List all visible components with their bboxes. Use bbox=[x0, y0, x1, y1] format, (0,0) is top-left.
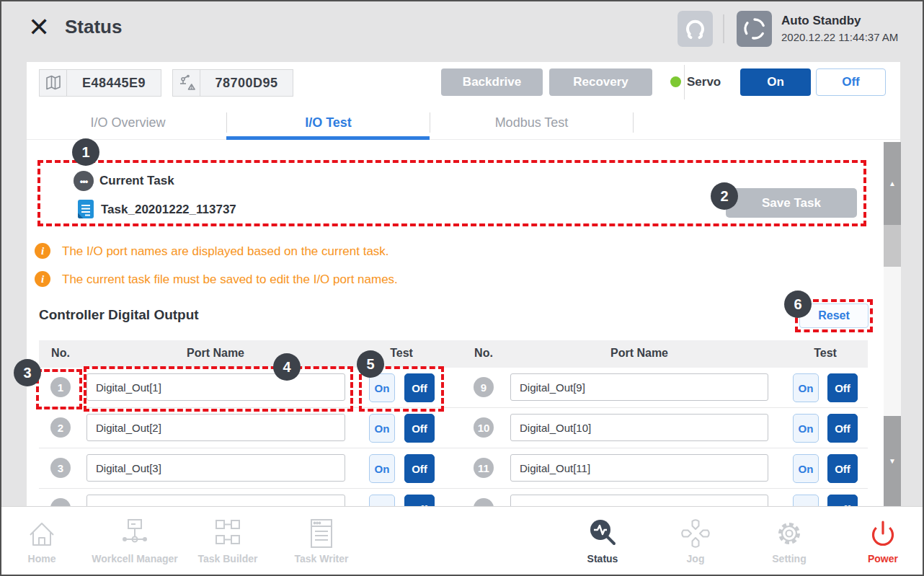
callout-6: 6 bbox=[784, 291, 812, 318]
nav-label: Power bbox=[868, 553, 898, 564]
save-task-button[interactable]: Save Task bbox=[726, 188, 857, 218]
home-icon bbox=[25, 516, 59, 551]
test-off-button[interactable]: Off bbox=[404, 373, 435, 402]
scroll-down-button[interactable]: ▼ bbox=[884, 416, 901, 506]
test-on-button[interactable]: On bbox=[369, 373, 395, 402]
bottom-nav: Home Workcell Manager bbox=[1, 506, 923, 576]
callout-5: 5 bbox=[357, 350, 384, 378]
tab-io-test[interactable]: I/O Test bbox=[227, 106, 430, 139]
servo-status-dot bbox=[670, 76, 681, 87]
tab-bar: I/O Overview I/O Test Modbus Test bbox=[27, 106, 900, 140]
current-task-label: Current Task bbox=[99, 174, 174, 188]
servo-on-button[interactable]: On bbox=[740, 68, 811, 96]
nav-power[interactable]: Power bbox=[829, 515, 924, 573]
table-header: No. Port Name Test No. Port Name Test bbox=[39, 340, 868, 368]
backdrive-button[interactable]: Backdrive bbox=[441, 68, 543, 96]
port-name-input[interactable] bbox=[510, 373, 768, 401]
scroll-up-button[interactable]: ▲ bbox=[884, 142, 901, 225]
test-on-button[interactable]: On bbox=[369, 454, 395, 483]
nav-label: Task Builder bbox=[198, 553, 258, 564]
test-on-button[interactable]: On bbox=[793, 454, 819, 483]
port-number-badge: 1 bbox=[50, 377, 71, 397]
setting-icon bbox=[772, 516, 807, 551]
workcell-manager-icon bbox=[117, 516, 152, 551]
col-port-left: Port Name bbox=[187, 347, 244, 360]
test-on-button[interactable]: On bbox=[369, 414, 395, 443]
nav-label: Status bbox=[587, 553, 618, 564]
nav-label: Workcell Manager bbox=[92, 553, 178, 564]
port-name-input[interactable] bbox=[86, 373, 345, 401]
tab-divider bbox=[633, 112, 634, 133]
page-title: Status bbox=[65, 16, 122, 38]
port-name-input[interactable] bbox=[86, 414, 345, 441]
test-off-button[interactable]: Off bbox=[404, 454, 435, 483]
col-test-left: Test bbox=[390, 347, 413, 360]
nav-label: Home bbox=[28, 553, 56, 564]
port-number-badge: 9 bbox=[474, 377, 494, 397]
nav-setting[interactable]: Setting bbox=[735, 515, 843, 573]
test-on-button[interactable]: On bbox=[793, 373, 819, 402]
datetime-label: 2020.12.22 11:44:37 AM bbox=[781, 31, 898, 43]
section-title: Controller Digital Output bbox=[39, 307, 199, 323]
test-on-button[interactable]: On bbox=[793, 414, 819, 443]
notice-text: The I/O port names are displayed based o… bbox=[62, 244, 389, 259]
nav-jog[interactable]: Jog bbox=[641, 515, 750, 573]
callout-4: 4 bbox=[273, 353, 301, 381]
port-number-badge: 11 bbox=[474, 458, 494, 478]
ellipsis-glyph: ••• bbox=[80, 176, 88, 187]
scrollbar: ▲ ▼ bbox=[884, 142, 901, 506]
auto-mode-button[interactable] bbox=[737, 11, 772, 47]
nav-task-builder[interactable]: Task Builder bbox=[174, 515, 282, 573]
auto-mode-swirl-icon bbox=[737, 11, 772, 47]
table-row: 1 On Off 9 On Off bbox=[39, 368, 868, 408]
notice-text: The current task file must be saved to e… bbox=[62, 273, 398, 287]
col-port-right: Port Name bbox=[610, 347, 668, 360]
callout-3: 3 bbox=[14, 359, 41, 386]
port-name-input[interactable] bbox=[510, 414, 768, 441]
servo-off-button[interactable]: Off bbox=[816, 68, 886, 96]
task-file-icon bbox=[78, 200, 94, 221]
header-divider bbox=[723, 14, 724, 43]
table-row: 3 On Off 11 On Off bbox=[39, 448, 868, 489]
col-test-right: Test bbox=[814, 347, 837, 360]
tab-modbus-test[interactable]: Modbus Test bbox=[430, 106, 633, 139]
scrollbar-thumb[interactable] bbox=[884, 225, 901, 267]
test-off-button[interactable]: Off bbox=[404, 414, 435, 443]
port-number-badge: 2 bbox=[50, 417, 71, 438]
status-icon bbox=[585, 516, 620, 551]
top-header: ✕ Status Auto Standby 2020.12.22 bbox=[1, 1, 923, 62]
port-number-badge: 10 bbox=[474, 417, 494, 438]
scroll-up-icon: ▲ bbox=[889, 180, 896, 187]
nav-label: Jog bbox=[687, 553, 705, 564]
robot-serial-value: 78700D95 bbox=[200, 76, 293, 91]
servo-label: Servo bbox=[687, 75, 721, 89]
nav-task-writer[interactable]: Task Writer bbox=[267, 515, 376, 573]
test-off-button[interactable]: Off bbox=[827, 414, 858, 443]
port-name-input[interactable] bbox=[510, 454, 768, 482]
port-number-badge: 3 bbox=[50, 458, 71, 478]
controller-serial-value: E48445E9 bbox=[67, 76, 161, 91]
tab-io-overview[interactable]: I/O Overview bbox=[27, 106, 229, 139]
gripper-mode-button[interactable] bbox=[678, 11, 713, 47]
col-no-right: No. bbox=[474, 347, 493, 360]
info-icon: i bbox=[35, 243, 50, 259]
current-task-icon: ••• bbox=[74, 171, 94, 191]
active-tab-underline bbox=[226, 136, 430, 140]
robot-serial-badge: 78700D95 bbox=[172, 69, 293, 97]
test-off-button[interactable]: Off bbox=[827, 373, 858, 402]
task-builder-icon bbox=[210, 516, 245, 551]
main-card: E48445E9 78700D95 bbox=[27, 62, 900, 506]
scroll-down-icon: ▼ bbox=[889, 457, 896, 465]
current-task-name: Task_20201222_113737 bbox=[101, 203, 236, 217]
close-icon[interactable]: ✕ bbox=[23, 12, 55, 43]
controller-serial-badge: E48445E9 bbox=[39, 69, 161, 97]
port-name-input[interactable] bbox=[86, 454, 345, 482]
nav-workcell-manager[interactable]: Workcell Manager bbox=[81, 515, 189, 573]
test-off-button[interactable]: Off bbox=[827, 454, 858, 483]
recovery-button[interactable]: Recovery bbox=[549, 68, 652, 96]
nav-status[interactable]: Status bbox=[548, 515, 657, 573]
servo-separator bbox=[684, 65, 685, 99]
robot-mode-label: Auto Standby bbox=[781, 14, 861, 28]
jog-icon bbox=[678, 516, 713, 551]
nav-label: Setting bbox=[772, 553, 806, 564]
